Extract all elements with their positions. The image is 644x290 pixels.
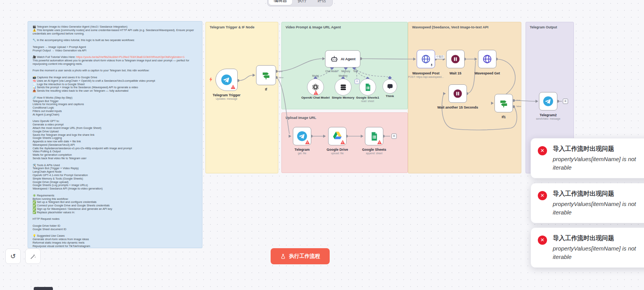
toast-title: 导入工作流时出现问题 [553, 190, 644, 198]
tab-editor[interactable]: 编辑器 [269, 0, 292, 5]
node-label: Google Sheets [362, 148, 386, 152]
node-google-sheets1[interactable] [359, 79, 376, 96]
if1-true-label: true [516, 99, 520, 101]
add-node-button[interactable]: + [391, 133, 397, 139]
node-wavespeed-post[interactable] [417, 50, 435, 68]
node-google-sheets[interactable]: ! [365, 127, 383, 145]
add-node-button[interactable]: + [563, 99, 568, 104]
filter-branch-icon [261, 70, 271, 80]
telegram-icon [221, 74, 232, 86]
port-memory[interactable]: Memory [341, 70, 350, 72]
execute-workflow-button[interactable]: 执行工作流程 [271, 248, 330, 264]
openai-icon [311, 83, 320, 91]
tidy-up-button[interactable] [25, 249, 41, 264]
node-subtitle: upload: file [331, 152, 344, 155]
pin-icon [430, 63, 434, 67]
node-think[interactable] [383, 79, 397, 94]
node-wait-another-15[interactable] [449, 84, 467, 103]
undo-icon: ↺ [10, 252, 16, 260]
node-subtitle: append: sheet [366, 152, 382, 155]
node-subtitle: POST: https://api.wavespeed... [408, 76, 444, 78]
trigger-bolt-icon [208, 76, 214, 83]
pause-icon [453, 89, 463, 99]
http-globe-icon [482, 54, 492, 64]
error-toast: ✕ 导入工作流时出现问题 propertyValues[itemName] is… [531, 227, 644, 268]
error-toast: ✕ 导入工作流时出现问题 propertyValues[itemName] is… [531, 138, 644, 178]
node-telegram-trigger[interactable]: ! [215, 69, 238, 91]
database-icon [339, 83, 347, 91]
toast-message: propertyValues[itemName] is not iterable [553, 200, 644, 217]
hint-memory: Memory [338, 74, 347, 77]
node-label: Telegram Trigger [213, 93, 240, 97]
node-ai-agent[interactable]: AI Agent [325, 50, 360, 68]
node-label: Google Sheets1 [356, 96, 379, 99]
robot-icon [330, 55, 338, 63]
bottom-tooltip-strip [34, 287, 53, 290]
node-label: AI Agent [341, 57, 356, 61]
node-google-drive[interactable]: ! [328, 127, 347, 145]
node-label: Wavespeed Get [475, 71, 500, 75]
node-openai-chat-model[interactable]: ! [307, 79, 324, 96]
flask-icon [280, 254, 286, 259]
port-tool[interactable]: Tool [353, 70, 358, 72]
filter-branch-icon [499, 98, 509, 108]
hint-model: Model [312, 74, 319, 77]
toast-title: 导入工作流时出现问题 [553, 145, 644, 153]
tab-executions[interactable]: 执行 [293, 0, 312, 5]
telegram-icon [297, 131, 307, 142]
http-globe-icon [421, 54, 431, 64]
error-close-icon[interactable]: ✕ [538, 236, 547, 245]
workflow-canvas[interactable]: 🎬 Telegram Image-to-Video Generator Agen… [0, 0, 644, 290]
pause-icon [450, 54, 460, 64]
toast-message: propertyValues[itemName] is not iterable [553, 155, 644, 172]
node-label: Wait 15 [449, 71, 461, 75]
if-true-label: true [279, 70, 283, 72]
add-tool-button[interactable]: + [355, 79, 360, 84]
port-chat-model[interactable]: Chat Model* [325, 70, 338, 72]
node-subtitle: read: sheet [361, 100, 374, 102]
execute-workflow-label: 执行工作流程 [289, 253, 320, 260]
node-telegram-get[interactable]: ! [293, 127, 311, 145]
toast-title: 导入工作流时出现问题 [553, 234, 644, 242]
error-close-icon[interactable]: ✕ [538, 146, 547, 155]
google-sheets-icon [364, 83, 371, 91]
telegram-icon [543, 96, 554, 107]
reset-zoom-button[interactable]: ↺ [5, 249, 21, 264]
node-telegram2[interactable] [539, 92, 557, 110]
node-label: Google Drive [327, 148, 348, 152]
node-label: If1 [502, 115, 506, 119]
node-label: OpenAI Chat Model [301, 96, 330, 99]
if-false-label: false [279, 76, 284, 79]
wand-icon [30, 253, 36, 260]
node-wait-15[interactable] [446, 50, 465, 68]
google-drive-icon [332, 131, 343, 141]
node-label: Telegram [294, 148, 309, 152]
think-brain-icon [386, 83, 394, 90]
tab-evaluations[interactable]: 评估 [312, 0, 331, 5]
node-label: Wait another 15 Seconds [437, 105, 478, 109]
node-if1[interactable] [495, 94, 513, 112]
view-tabbar: 编辑器 执行 评估 [267, 0, 333, 7]
node-label: Simple Memory [332, 96, 354, 99]
node-subtitle: sendVideo: message [536, 117, 560, 120]
node-simple-memory[interactable] [335, 79, 352, 96]
error-toast: ✕ 导入工作流时出现问题 propertyValues[itemName] is… [531, 183, 644, 223]
google-sheets-icon [370, 132, 378, 141]
error-close-icon[interactable]: ✕ [538, 191, 547, 200]
node-subtitle: Updates: message [216, 97, 238, 100]
node-wavespeed-get[interactable] [478, 50, 496, 68]
toast-message: propertyValues[itemName] is not iterable [553, 244, 644, 261]
node-label: Think [386, 94, 394, 98]
if1-false-label: false [516, 105, 521, 107]
node-label: Telegram2 [540, 113, 557, 117]
node-if[interactable] [256, 65, 276, 85]
node-label: Wavespeed Post [412, 71, 439, 75]
node-subtitle: get: file [298, 152, 306, 155]
node-label: If [265, 87, 267, 91]
